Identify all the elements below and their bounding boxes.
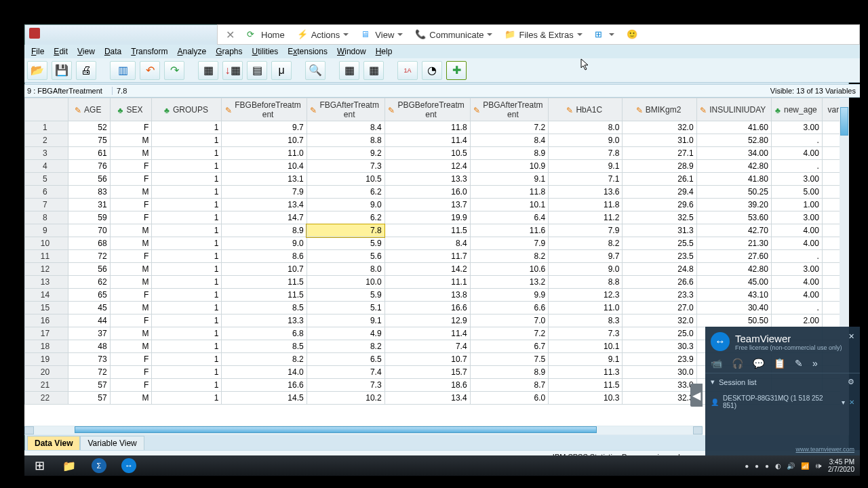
cell[interactable]: 57	[68, 379, 110, 392]
cell[interactable]: 2.00	[771, 314, 822, 327]
menu-window[interactable]: Window	[333, 46, 370, 57]
cell[interactable]: 42.70	[696, 224, 771, 237]
cell[interactable]: 19.9	[384, 211, 470, 224]
cell[interactable]: 4.00	[771, 276, 822, 289]
tv-more-icon[interactable]: »	[812, 358, 818, 369]
menu-graphs[interactable]: Graphs	[212, 46, 246, 57]
cell[interactable]: 28.9	[623, 160, 696, 173]
cell[interactable]: 1	[152, 314, 222, 327]
cell[interactable]: 11.8	[549, 199, 623, 211]
cell[interactable]: 9.2	[307, 147, 384, 160]
teamviewer-close-icon[interactable]: ✕	[848, 332, 854, 341]
cell[interactable]: 11.5	[384, 224, 470, 237]
cell[interactable]: 7.8	[549, 147, 623, 160]
cell[interactable]: F	[110, 173, 152, 186]
cell[interactable]: 13.6	[549, 186, 623, 199]
cell[interactable]: 3.00	[771, 121, 822, 134]
cell[interactable]: 42.80	[696, 160, 771, 173]
split-file-icon[interactable]: ▦	[339, 61, 359, 80]
column-header-fbgaftertreatment[interactable]: ✎FBGAfterTreatment	[307, 98, 384, 121]
cell[interactable]: 45	[68, 302, 110, 314]
taskbar-explorer-icon[interactable]: 📁	[54, 456, 84, 475]
cell[interactable]: 16.6	[222, 379, 307, 392]
save-icon[interactable]: 💾	[52, 61, 72, 80]
cell[interactable]: 48	[68, 340, 110, 353]
row-header[interactable]: 19	[25, 353, 68, 366]
row-header[interactable]: 18	[25, 340, 68, 353]
cell[interactable]: 4.00	[771, 147, 822, 160]
row-header[interactable]: 14	[25, 289, 68, 302]
menu-edit[interactable]: Edit	[50, 46, 72, 57]
cell[interactable]: 7.9	[222, 186, 307, 199]
cell[interactable]: 8.2	[549, 237, 623, 250]
chevron-down-icon[interactable]: ▾	[711, 378, 715, 386]
cell[interactable]: 9.9	[470, 289, 549, 302]
use-sets-icon[interactable]: ◔	[422, 61, 442, 80]
cell[interactable]: 41.60	[696, 121, 771, 134]
menu-extensions[interactable]: Extensions	[283, 46, 332, 57]
cell[interactable]: 8.5	[222, 340, 307, 353]
cell[interactable]: 11.5	[222, 276, 307, 289]
cell[interactable]: 26.1	[623, 173, 696, 186]
show-all-icon[interactable]: ✚	[446, 61, 467, 80]
tv-files-icon[interactable]: 📋	[774, 358, 785, 369]
tv-whiteboard-icon[interactable]: ✎	[795, 358, 803, 369]
column-header-pbgaftertreatment[interactable]: ✎PBGAfterTreatment	[470, 98, 549, 121]
cell[interactable]: 1	[152, 186, 222, 199]
cell[interactable]: 13.4	[384, 392, 470, 405]
open-icon[interactable]: 📂	[27, 61, 47, 80]
row-header[interactable]: 6	[25, 186, 68, 199]
print-icon[interactable]: 🖨	[76, 61, 96, 80]
cell[interactable]: 11.5	[222, 289, 307, 302]
cell[interactable]: 15.7	[384, 366, 470, 379]
cell[interactable]: 8.9	[222, 224, 307, 237]
cell[interactable]: 56	[68, 263, 110, 276]
cell[interactable]: 1	[152, 379, 222, 392]
cell[interactable]: F	[110, 366, 152, 379]
row-header[interactable]: 15	[25, 302, 68, 314]
weight-cases-icon[interactable]: ▦	[363, 61, 384, 80]
cell[interactable]: .	[771, 302, 822, 314]
cell[interactable]: 7.0	[470, 314, 549, 327]
cell[interactable]: 7.3	[307, 160, 384, 173]
column-header-insuliniuday[interactable]: ✎INSULINIUDAY	[696, 98, 771, 121]
cell[interactable]: 4.00	[771, 289, 822, 302]
cell[interactable]: 83	[68, 186, 110, 199]
taskbar-teamviewer-icon[interactable]: ↔	[114, 456, 144, 475]
cell[interactable]: 7.3	[307, 379, 384, 392]
cell[interactable]: 62	[68, 276, 110, 289]
cell[interactable]: 1	[152, 121, 222, 134]
menu-utilities[interactable]: Utilities	[248, 46, 283, 57]
cell[interactable]: 45.00	[696, 276, 771, 289]
cell[interactable]: 10.2	[307, 392, 384, 405]
cell[interactable]: 7.2	[470, 121, 549, 134]
close-session-icon[interactable]: ✕	[849, 399, 854, 406]
goto-case-icon[interactable]: ▦	[198, 61, 218, 80]
cell[interactable]: 8.4	[307, 121, 384, 134]
column-header-sex[interactable]: ♣SEX	[110, 98, 152, 121]
cell[interactable]: F	[110, 353, 152, 366]
column-header-new_age[interactable]: ♣new_age	[771, 98, 822, 121]
cell[interactable]: 8.4	[384, 237, 470, 250]
horizontal-scrollbar[interactable]	[24, 426, 703, 435]
cell[interactable]: 8.8	[549, 276, 623, 289]
menu-view[interactable]: View	[73, 46, 99, 57]
cell[interactable]: 8.6	[222, 250, 307, 263]
cell[interactable]: 11.4	[384, 134, 470, 147]
cell[interactable]: 1	[152, 289, 222, 302]
tab-data-view[interactable]: Data View	[27, 436, 80, 451]
row-header[interactable]: 21	[25, 379, 68, 392]
cell-value[interactable]: 7.8	[113, 87, 131, 95]
cell[interactable]: 29.6	[623, 199, 696, 211]
remote-windows-button[interactable]: ⊞	[589, 27, 620, 42]
cell[interactable]: 31	[68, 199, 110, 211]
cell[interactable]: 10.0	[307, 276, 384, 289]
cell[interactable]: F	[110, 314, 152, 327]
cell[interactable]: .	[771, 160, 822, 173]
cell[interactable]: 33.0	[623, 379, 696, 392]
row-header[interactable]: 7	[25, 199, 68, 211]
cell[interactable]: 5.00	[771, 186, 822, 199]
row-header[interactable]: 8	[25, 211, 68, 224]
cell[interactable]: 1.00	[771, 199, 822, 211]
cell[interactable]: 32.0	[623, 121, 696, 134]
